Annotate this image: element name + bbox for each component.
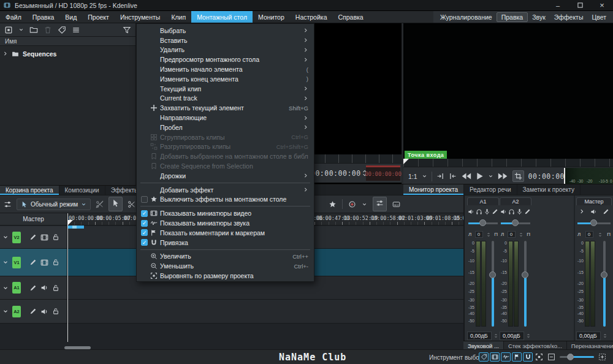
monitor-playhead[interactable]	[403, 159, 409, 164]
gain-spinner-icon[interactable]	[526, 333, 531, 338]
monitor-seek-ruler[interactable]	[403, 159, 613, 167]
workspace-tab[interactable]: Звук	[528, 12, 550, 22]
menubar-item[interactable]: Инструменты	[115, 11, 166, 23]
menu-item[interactable]: Направляющие	[137, 113, 314, 123]
track-badge[interactable]: A2	[12, 306, 21, 317]
menu-item[interactable]: ✓Показывать миниатюры видео	[137, 208, 314, 218]
menu-item[interactable]: ✓Показать комментарии к маркерам	[137, 228, 314, 238]
balance-value[interactable]: 0	[475, 231, 483, 238]
fader-handle[interactable]	[601, 271, 607, 278]
track-lane-a2[interactable]	[67, 300, 463, 324]
balance-value[interactable]: 0	[585, 231, 593, 238]
workspace-tab[interactable]: Эффекты	[550, 12, 588, 22]
solo-icon[interactable]	[476, 208, 482, 215]
balance-slider[interactable]	[468, 220, 498, 226]
balance-slider[interactable]	[501, 220, 530, 226]
playhead-line[interactable]	[67, 213, 68, 342]
timeline-playhead[interactable]	[67, 220, 73, 226]
add-clip-dropdown-icon[interactable]	[18, 27, 24, 32]
balance-value[interactable]: 0	[508, 231, 516, 238]
expand-icon[interactable]	[2, 51, 8, 56]
menubar-item[interactable]: Монтажный стол	[191, 11, 253, 23]
fader-handle[interactable]	[489, 271, 496, 278]
menu-item[interactable]: ✓Показывать миниатюры звука	[137, 218, 314, 228]
fader-handle[interactable]	[522, 271, 528, 278]
menu-item[interactable]: Изменить начало элемента(	[137, 64, 314, 74]
menu-item[interactable]: Сгруппировать клипыCtrl+G	[137, 132, 314, 142]
gain-spinner-icon[interactable]	[493, 333, 498, 338]
rewind-icon[interactable]	[461, 172, 471, 180]
track-lock-icon[interactable]	[52, 308, 59, 315]
mixer-toggle-button[interactable]	[373, 197, 387, 211]
monitor-zoom-level[interactable]: 1:1	[408, 173, 417, 180]
channel-effects-icon[interactable]	[524, 208, 531, 215]
solo-icon[interactable]	[508, 208, 515, 215]
menu-item[interactable]: Вставить	[137, 36, 314, 45]
menubar-item[interactable]: Вид	[59, 11, 82, 23]
menu-item[interactable]: Изменить конец элемента)	[137, 74, 314, 84]
maximize-button[interactable]	[576, 2, 584, 9]
balance-handle[interactable]	[590, 219, 597, 226]
set-zone-in-icon[interactable]	[436, 172, 444, 180]
minimize-button[interactable]: –	[554, 2, 562, 9]
menu-item[interactable]: Выровнять по размеру проекта	[137, 271, 314, 281]
mute-icon[interactable]	[590, 208, 597, 215]
toggle-film-button[interactable]	[490, 352, 500, 362]
record-arm-icon[interactable]	[484, 208, 490, 215]
menu-item[interactable]: Удалить	[137, 45, 314, 55]
balance-spinner-icon[interactable]	[486, 232, 491, 237]
workspace-tab[interactable]: Журналирование	[436, 12, 497, 22]
track-effects-icon[interactable]	[29, 284, 37, 292]
balance-spinner-icon[interactable]	[598, 232, 603, 237]
gain-value[interactable]: 0,00дБ	[467, 332, 492, 340]
menu-item[interactable]: Current track	[137, 94, 314, 104]
menubar-item[interactable]: Клип	[166, 11, 191, 23]
track-effects-icon[interactable]	[29, 308, 37, 315]
menubar-item[interactable]: Проект	[82, 11, 115, 23]
collapse-track-icon[interactable]	[2, 308, 9, 314]
zoom-slider[interactable]	[560, 352, 594, 362]
menu-item[interactable]: Добавить эффект	[137, 185, 314, 195]
menu-item[interactable]: Выбрать	[137, 26, 314, 36]
collapse-mixer-icon[interactable]	[579, 208, 585, 214]
video-thumb-icon[interactable]	[40, 259, 48, 267]
menu-item[interactable]: Выключить эффекты на монтажном столе	[137, 195, 314, 205]
track-header-a1[interactable]: A1	[0, 276, 67, 300]
selection-tool-button[interactable]	[109, 197, 123, 211]
track-badge[interactable]: A1	[12, 282, 21, 294]
zoom-slider-handle[interactable]	[567, 354, 574, 360]
bin-item-sequences[interactable]: Sequences	[0, 48, 135, 59]
monitor-tab[interactable]: Заметки к проекту	[517, 184, 581, 195]
toggle-magnet-button[interactable]	[523, 352, 533, 362]
menu-item[interactable]: Create Sequence from Selection	[137, 161, 314, 171]
filter-icon[interactable]	[123, 26, 131, 34]
gain-value[interactable]: 0,00дБ	[576, 332, 601, 340]
effects-icon[interactable]	[329, 200, 337, 208]
record-dropdown-icon[interactable]	[362, 202, 367, 207]
bin-column-header[interactable]: Имя	[0, 37, 135, 46]
track-lock-icon[interactable]	[52, 233, 59, 241]
gain-spinner-icon[interactable]	[603, 333, 607, 338]
track-header-v2[interactable]: V2	[0, 226, 67, 249]
balance-handle[interactable]	[479, 219, 486, 226]
record-icon[interactable]	[348, 200, 356, 208]
audio-mute-icon[interactable]	[40, 308, 48, 316]
toggle-audio-button[interactable]	[501, 352, 511, 362]
menu-item[interactable]: Текущий клип	[137, 84, 314, 94]
master-track-button[interactable]: Мастер	[0, 213, 67, 226]
menubar-item[interactable]: Настройка	[290, 11, 333, 23]
menu-item[interactable]: Добавить выбранное на монтажном столе в …	[137, 151, 314, 161]
menu-item[interactable]: УвеличитьCtrl++	[137, 252, 314, 262]
balance-handle[interactable]	[512, 219, 519, 226]
add-clip-icon[interactable]	[4, 26, 13, 34]
track-effects-icon[interactable]	[29, 233, 37, 241]
track-badge[interactable]: V1	[12, 257, 21, 268]
monitor-tab[interactable]: Монитор проекта	[403, 184, 464, 195]
collapse-track-icon[interactable]	[2, 285, 9, 291]
razor-tool-icon[interactable]	[96, 200, 104, 208]
track-lock-icon[interactable]	[52, 259, 59, 266]
menu-item[interactable]: ✓Привязка	[137, 238, 314, 248]
workspace-tab[interactable]: Правка	[497, 12, 528, 22]
play-options-icon[interactable]	[488, 173, 493, 179]
channel-effects-icon[interactable]	[492, 208, 498, 215]
